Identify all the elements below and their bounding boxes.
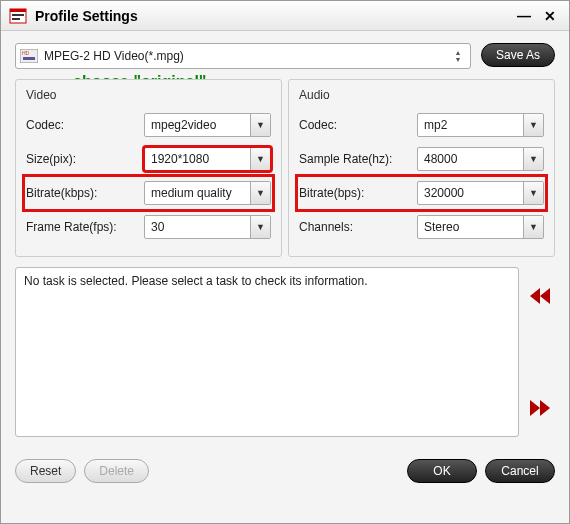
profile-spinner[interactable]: ▲▼ (450, 49, 466, 63)
svg-rect-1 (10, 9, 26, 12)
audio-bitrate-select[interactable]: 320000 ▼ (417, 181, 544, 205)
chevron-down-icon: ▼ (523, 182, 543, 204)
profile-name: MPEG-2 HD Video(*.mpg) (44, 49, 450, 63)
svg-text:HD: HD (22, 50, 30, 56)
titlebar: Profile Settings — ✕ (1, 1, 569, 31)
video-size-label: Size(pix): (26, 152, 144, 166)
video-panel: Video Codec: mpeg2video ▼ Size(pix): 192… (15, 79, 282, 257)
minimize-button[interactable]: — (513, 6, 535, 26)
profile-settings-window: Profile Settings — ✕ HD MPEG-2 HD Video(… (0, 0, 570, 524)
video-codec-label: Codec: (26, 118, 144, 132)
video-bitrate-select[interactable]: medium quality ▼ (144, 181, 271, 205)
task-info-box: No task is selected. Please select a tas… (15, 267, 519, 437)
audio-codec-select[interactable]: mp2 ▼ (417, 113, 544, 137)
video-fps-select[interactable]: 30 ▼ (144, 215, 271, 239)
video-size-select[interactable]: 1920*1080 ▼ (144, 147, 271, 171)
delete-button[interactable]: Delete (84, 459, 149, 483)
ok-button[interactable]: OK (407, 459, 477, 483)
task-message: No task is selected. Please select a tas… (24, 274, 368, 288)
chevron-down-icon: ▼ (523, 216, 543, 238)
format-icon: HD (20, 49, 38, 63)
video-section-title: Video (26, 88, 271, 102)
audio-channels-label: Channels: (299, 220, 417, 234)
window-title: Profile Settings (35, 8, 509, 24)
cancel-button[interactable]: Cancel (485, 459, 555, 483)
chevron-down-icon: ▼ (523, 114, 543, 136)
video-codec-select[interactable]: mpeg2video ▼ (144, 113, 271, 137)
forward-button[interactable] (527, 397, 553, 419)
svg-rect-2 (12, 14, 24, 16)
app-icon (9, 7, 27, 25)
save-as-button[interactable]: Save As (481, 43, 555, 67)
audio-section-title: Audio (299, 88, 544, 102)
rewind-button[interactable] (527, 285, 553, 307)
chevron-down-icon: ▼ (250, 148, 270, 170)
video-bitrate-label: Bitrate(kbps): (26, 186, 144, 200)
video-fps-label: Frame Rate(fps): (26, 220, 144, 234)
audio-channels-select[interactable]: Stereo ▼ (417, 215, 544, 239)
chevron-down-icon: ▼ (250, 182, 270, 204)
chevron-down-icon: ▼ (250, 114, 270, 136)
audio-codec-label: Codec: (299, 118, 417, 132)
audio-rate-select[interactable]: 48000 ▼ (417, 147, 544, 171)
close-button[interactable]: ✕ (539, 6, 561, 26)
svg-rect-3 (12, 18, 20, 20)
chevron-down-icon: ▼ (250, 216, 270, 238)
audio-panel: Audio Codec: mp2 ▼ Sample Rate(hz): 4800… (288, 79, 555, 257)
chevron-down-icon: ▼ (523, 148, 543, 170)
reset-button[interactable]: Reset (15, 459, 76, 483)
audio-bitrate-label: Bitrate(bps): (299, 186, 417, 200)
profile-select[interactable]: HD MPEG-2 HD Video(*.mpg) ▲▼ (15, 43, 471, 69)
svg-rect-6 (23, 57, 35, 60)
audio-rate-label: Sample Rate(hz): (299, 152, 417, 166)
